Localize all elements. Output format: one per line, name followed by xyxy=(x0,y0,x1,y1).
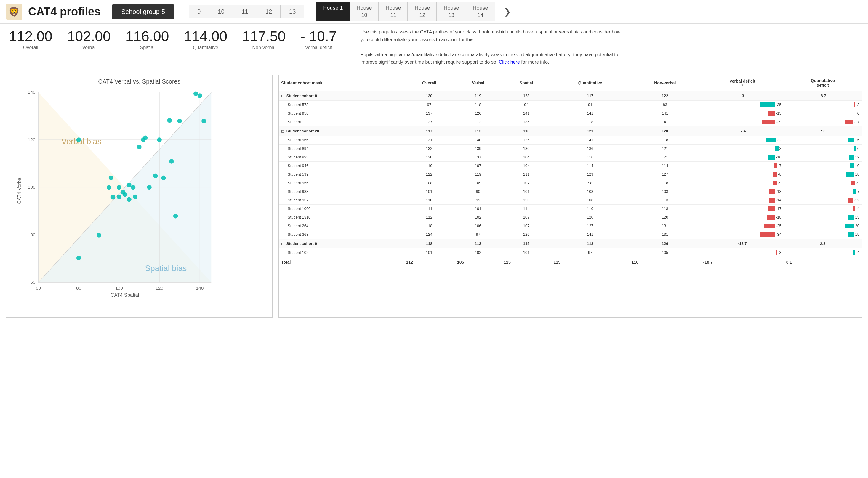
student-spatial: 111 xyxy=(501,170,551,179)
student-quant: 120 xyxy=(551,213,629,222)
school-group-button[interactable]: School group 5 xyxy=(112,4,174,19)
student-overall: 124 xyxy=(404,230,455,239)
stat-overall-label: Overall xyxy=(9,45,53,50)
cohort-overall: 120 xyxy=(404,91,455,101)
total-overall: 112 xyxy=(404,257,455,267)
student-qdef: -3 xyxy=(784,100,862,109)
vdef-value: -13 xyxy=(776,189,781,194)
svg-point-29 xyxy=(76,256,81,260)
student-spatial: 135 xyxy=(501,118,551,126)
table-container[interactable]: Student cohort mask Overall Verbal Spati… xyxy=(278,75,862,318)
student-qdef: -4 xyxy=(784,204,862,213)
qdef-value: -3 xyxy=(856,102,860,107)
stat-spatial-label: Spatial xyxy=(126,45,169,50)
student-nonverbal: 103 xyxy=(629,187,701,196)
nav-tab-13[interactable]: 13 xyxy=(281,5,304,19)
student-quant: 108 xyxy=(551,196,629,204)
qdef-value: 0 xyxy=(857,111,860,116)
nav-tab-9[interactable]: 9 xyxy=(189,5,209,19)
vdef-value: -3 xyxy=(778,250,781,255)
total-spatial: 115 xyxy=(501,257,551,267)
stat-verbal-deficit: - 10.7 Verbal deficit xyxy=(300,28,337,50)
svg-text:CAT4 Spatial: CAT4 Spatial xyxy=(111,292,139,298)
total-verbal: 105 xyxy=(455,257,501,267)
house-tab-12[interactable]: House12 xyxy=(408,2,437,21)
svg-point-37 xyxy=(123,192,128,197)
table-row: Student 1 127 112 135 118 141 -29 -17 xyxy=(279,118,862,126)
info-line1: Use this page to assess the CAT4 profile… xyxy=(361,28,627,43)
house-tab-13[interactable]: House13 xyxy=(437,2,466,21)
qdef-bar-cell: -3 xyxy=(786,102,860,107)
student-qdef: 12 xyxy=(784,153,862,161)
student-quant: 91 xyxy=(551,100,629,109)
student-vdef: -13 xyxy=(701,187,784,196)
vdef-value: -29 xyxy=(776,120,781,124)
vdef-value: -15 xyxy=(776,111,781,116)
svg-point-49 xyxy=(167,118,172,123)
nav-tab-10[interactable]: 10 xyxy=(209,5,233,19)
data-table: Student cohort mask Overall Verbal Spati… xyxy=(279,75,862,267)
nav-tab-12[interactable]: 12 xyxy=(257,5,281,19)
student-spatial: 126 xyxy=(501,230,551,239)
student-name: Student 102 xyxy=(279,248,404,257)
student-qdef: 20 xyxy=(784,222,862,230)
qdef-value: 7 xyxy=(857,189,860,194)
click-here-link[interactable]: Click here xyxy=(499,60,520,65)
student-verbal: 112 xyxy=(455,118,501,126)
vdef-value: -16 xyxy=(776,155,781,159)
cohort-overall: 118 xyxy=(404,239,455,248)
student-spatial: 101 xyxy=(501,187,551,196)
student-name: Student 894 xyxy=(279,144,404,153)
student-name: Student 1 xyxy=(279,118,404,126)
student-nonverbal: 118 xyxy=(629,136,701,144)
total-row: Total 112 105 115 115 116 -10.7 0.1 xyxy=(279,257,862,267)
student-overall: 118 xyxy=(404,222,455,230)
info-line2: Pupils with a high verbal/quantitative d… xyxy=(361,51,627,66)
cohort-quant: 121 xyxy=(551,126,629,136)
house-next-arrow[interactable]: ❯ xyxy=(501,7,514,17)
student-quant: 129 xyxy=(551,170,629,179)
expand-icon[interactable]: ◻ xyxy=(281,129,284,133)
svg-text:120: 120 xyxy=(156,286,163,290)
student-verbal: 107 xyxy=(455,161,501,170)
stat-nonverbal-value: 117.50 xyxy=(242,28,286,44)
stat-verbal-value: 102.00 xyxy=(67,28,111,44)
col-header-quant: Quantitative xyxy=(551,75,629,91)
stat-overall: 112.00 Overall xyxy=(9,28,53,50)
qdef-value: 12 xyxy=(855,155,860,159)
student-nonverbal: 113 xyxy=(629,196,701,204)
cohort-vdef: -3 xyxy=(701,91,784,101)
svg-text:120: 120 xyxy=(28,137,36,142)
col-header-vdef[interactable]: Verbal deficit ▼ xyxy=(701,75,784,91)
nav-tab-11[interactable]: 11 xyxy=(233,5,257,19)
svg-text:80: 80 xyxy=(76,286,82,290)
house-tab-14[interactable]: House14 xyxy=(466,2,495,21)
table-header-row: Student cohort mask Overall Verbal Spati… xyxy=(279,75,862,91)
qdef-value: -4 xyxy=(856,206,860,211)
house-tab-1[interactable]: House 1 xyxy=(316,2,349,21)
student-name: Student 599 xyxy=(279,170,404,179)
student-spatial: 130 xyxy=(501,144,551,153)
house-tab-11[interactable]: House11 xyxy=(379,2,408,21)
cohort-vdef: -12.7 xyxy=(701,239,784,248)
student-nonverbal: 141 xyxy=(629,118,701,126)
student-vdef: -35 xyxy=(701,100,784,109)
vdef-bar-cell: -25 xyxy=(703,224,781,228)
stat-quantitative: 114.00 Quantitative xyxy=(184,28,227,50)
table-row: Student 599 122 119 111 129 127 -8 18 xyxy=(279,170,862,179)
svg-point-31 xyxy=(107,185,112,190)
cohort-quant: 118 xyxy=(551,239,629,248)
expand-icon[interactable]: ◻ xyxy=(281,94,284,98)
student-name: Student 946 xyxy=(279,161,404,170)
student-spatial: 107 xyxy=(501,179,551,187)
svg-point-50 xyxy=(169,159,174,164)
student-overall: 122 xyxy=(404,170,455,179)
expand-icon[interactable]: ◻ xyxy=(281,242,284,246)
chart-container: CAT4 Verbal vs. Spatial Scores 140 120 xyxy=(6,75,273,318)
table-body: ◻ Student cohort 8 120 119 123 117 122 -… xyxy=(279,91,862,257)
house-tab-10[interactable]: House10 xyxy=(349,2,379,21)
year-nav-tabs: 9 10 11 12 13 xyxy=(189,5,304,19)
qdef-bar-cell: 15 xyxy=(786,138,860,142)
student-nonverbal: 114 xyxy=(629,161,701,170)
qdef-value: 13 xyxy=(855,215,860,219)
